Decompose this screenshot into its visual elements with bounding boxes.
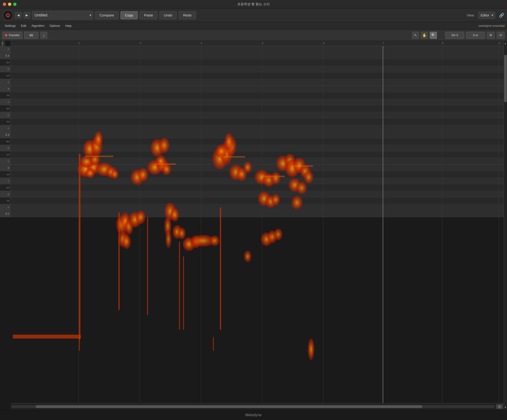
nav-forward-button[interactable]: ▶ [23, 12, 30, 19]
transfer-button[interactable]: Transfer [2, 32, 22, 39]
row-18 [10, 165, 504, 171]
grid-ruler: 2 3 4 5 6 7 8 9 [10, 41, 504, 46]
grid-rows [10, 46, 504, 403]
ruler-mark-8: 8 [442, 42, 444, 44]
row-19-black [10, 171, 504, 178]
right-scrollbar[interactable]: ▲ ▼ [504, 41, 507, 410]
row-24 [10, 204, 504, 211]
grid-header: 2 3 4 5 6 7 8 9 [10, 41, 504, 46]
key-F3[interactable]: F [0, 125, 10, 132]
view-selector[interactable]: Editor [478, 12, 495, 19]
pan-tool-btn[interactable]: ✋ [421, 32, 428, 39]
bottom-bar: Melodyne [0, 410, 507, 420]
key-E4[interactable]: E 4 [0, 53, 10, 59]
scroll-up-btn[interactable]: ▲ [504, 41, 507, 46]
key-Fs3[interactable]: F# [0, 118, 10, 125]
row-17 [10, 158, 504, 165]
key-C3[interactable]: C [0, 158, 10, 165]
row-6 [10, 86, 504, 92]
nav-back-button[interactable]: ◀ [15, 12, 22, 19]
key-Cs4[interactable]: C# [0, 72, 10, 79]
menu-options[interactable]: Options [47, 23, 62, 28]
paste-button[interactable]: Paste [140, 11, 157, 19]
row-15 [10, 145, 504, 151]
row-12 [10, 125, 504, 132]
key-G3[interactable]: G [0, 112, 10, 118]
key-Ds4[interactable]: D# [0, 59, 10, 66]
cents-display: 0 ct [466, 32, 485, 39]
copy-button[interactable]: Copy [120, 11, 138, 19]
title-bar: 초등학생 삥 뜯는 소리 [0, 0, 507, 8]
pitch-display: D# 3 [445, 32, 464, 39]
key-C4[interactable]: C [0, 79, 10, 86]
key-B3[interactable]: B [0, 86, 10, 92]
horizontal-scrollbar[interactable]: ⊞ [10, 403, 504, 410]
key-A3[interactable]: A [0, 99, 10, 105]
redo-button[interactable]: Redo [179, 11, 196, 19]
key-Ds3[interactable]: D# [0, 138, 10, 145]
top-toolbar: ⏻ ◀ ▶ Untitled Compare Copy Paste Undo R… [0, 8, 507, 22]
key-G2[interactable]: G [0, 191, 10, 198]
row-9-black [10, 105, 504, 112]
compare-button[interactable]: Compare [95, 11, 119, 19]
key-D3[interactable]: D [0, 145, 10, 151]
transfer-dot [5, 34, 7, 36]
row-10 [10, 112, 504, 118]
row-1 [10, 53, 504, 59]
zoom-tool-btn[interactable]: 🔍 [430, 32, 437, 39]
power-button[interactable]: ⏻ [3, 10, 13, 21]
piano-roll-container: 𝄞 F E 4 D# D C# C B A# A G# G F# F E 3 D… [0, 41, 10, 410]
key-Cs3[interactable]: C# [0, 151, 10, 158]
scroll-down-btn[interactable]: ▼ [504, 405, 507, 410]
row-13 [10, 132, 504, 138]
key-Gs2[interactable]: G# [0, 184, 10, 191]
key-As2[interactable]: A# [0, 171, 10, 178]
row-21-black [10, 184, 504, 191]
menu-edit[interactable]: Edit [19, 23, 28, 28]
row-3 [10, 66, 504, 72]
row-14-black [10, 138, 504, 145]
menu-help[interactable]: Help [63, 23, 74, 28]
select-tool-btn[interactable]: ↖ [412, 32, 419, 39]
key-E3[interactable]: E 3 [0, 132, 10, 138]
right-scrollbar-thumb[interactable] [504, 55, 507, 102]
tune-btn2[interactable]: ⇄ [497, 32, 505, 39]
playhead [383, 46, 383, 403]
ruler-mark-2: 2 [78, 42, 80, 44]
bottom-bar-label: Melodyne [245, 413, 261, 417]
bpm-input[interactable] [24, 32, 38, 39]
key-A2[interactable]: A [0, 178, 10, 184]
key-E2[interactable]: E 2 [0, 211, 10, 217]
ruler-mark-5: 5 [262, 42, 263, 44]
scrollbar-track[interactable] [11, 405, 495, 408]
ruler-mark-6: 6 [323, 42, 324, 44]
row-5 [10, 79, 504, 86]
menu-algorithm[interactable]: Algorithm [29, 23, 47, 28]
undo-button[interactable]: Undo [159, 11, 177, 19]
row-11-black [10, 118, 504, 125]
sec-toolbar: Transfer ♩ ↖ ✋ 🔍 D# 3 0 ct ⚙ ⇄ [0, 30, 507, 41]
ruler-mark-7: 7 [383, 42, 384, 44]
key-Gs3[interactable]: G# [0, 105, 10, 112]
grid-content[interactable] [10, 46, 504, 403]
metronome-icon-btn[interactable]: ♩ [40, 32, 47, 39]
close-button[interactable] [3, 3, 6, 6]
key-F4[interactable]: F [0, 46, 10, 53]
minimize-button[interactable] [8, 3, 11, 6]
grid-area: 2 3 4 5 6 7 8 9 [10, 41, 504, 410]
project-selector[interactable]: Untitled [32, 11, 93, 20]
key-Fs2[interactable]: F# [0, 198, 10, 204]
maximize-button[interactable] [13, 3, 16, 6]
melodyne-logo: melodyne essential [479, 24, 505, 28]
key-F2[interactable]: F [0, 204, 10, 211]
link-icon[interactable]: 🔗 [499, 13, 504, 18]
zoom-out-btn[interactable]: ⊞ [496, 404, 503, 409]
tune-btn1[interactable]: ⚙ [487, 32, 495, 39]
menu-settings[interactable]: Settings [2, 23, 18, 28]
ruler-mark-3: 3 [140, 42, 141, 44]
key-B2[interactable]: B [0, 165, 10, 171]
row-16-black [10, 151, 504, 158]
key-As3[interactable]: A# [0, 92, 10, 99]
scrollbar-thumb[interactable] [35, 405, 422, 408]
key-D4[interactable]: D [0, 66, 10, 72]
